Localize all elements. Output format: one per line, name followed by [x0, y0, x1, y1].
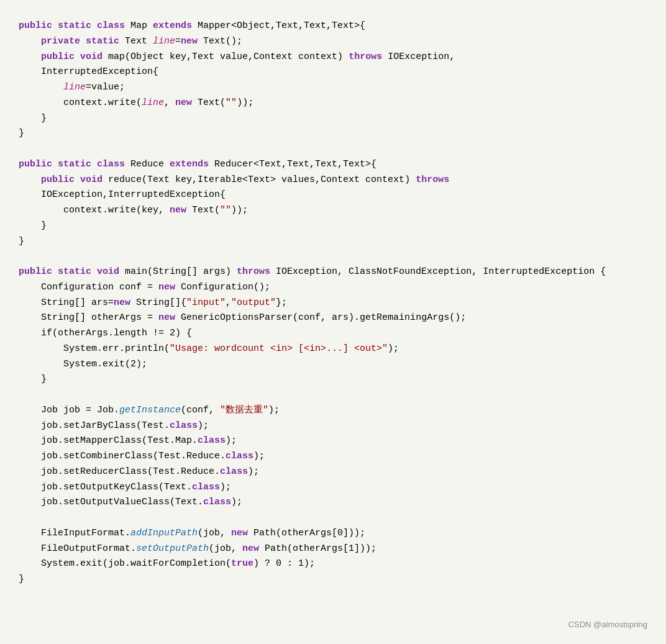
code-line-31: FileOutputFormat.setOutputPath(job, new …	[19, 542, 647, 557]
code-line-9: public static class Reduce extends Reduc…	[19, 157, 647, 173]
code-line-13: }	[19, 219, 647, 234]
code-line-23: Job job = Job.getInstance(conf, "数据去重");	[19, 403, 647, 419]
footer-attribution: CSDN @almostspring	[568, 619, 647, 632]
code-line-blank3	[19, 388, 647, 403]
code-line-16: Configuration conf = new Configuration()…	[19, 280, 647, 296]
code-line-20: System.err.println("Usage: wordcount <in…	[19, 342, 647, 357]
code-line-21: System.exit(2);	[19, 357, 647, 373]
code-line-30: FileInputFormat.addInputPath(job, new Pa…	[19, 526, 647, 542]
code-line-24: job.setJarByClass(Test.class);	[19, 419, 647, 434]
code-line-33: }	[19, 572, 647, 587]
code-line-26: job.setCombinerClass(Test.Reduce.class);	[19, 449, 647, 465]
code-line-7: }	[19, 111, 647, 127]
code-line-8: }	[19, 126, 647, 142]
code-line-19: if(otherArgs.length != 2) {	[19, 326, 647, 342]
code-line-15: public static void main(String[] args) t…	[19, 265, 647, 280]
code-line-5: line=value;	[19, 80, 647, 96]
code-line-1: public static class Map extends Mapper<O…	[19, 19, 647, 34]
code-line-11: IOException,InterruptedException{	[19, 188, 647, 203]
code-line-32: System.exit(job.waitForCompletion(true) …	[19, 556, 647, 572]
code-line-14: }	[19, 234, 647, 250]
code-block: public static class Map extends Mapper<O…	[19, 12, 647, 594]
code-line-2: private static Text line=new Text();	[19, 34, 647, 50]
code-line-blank4	[19, 510, 647, 526]
code-line-6: context.write(line, new Text(""));	[19, 96, 647, 111]
code-line-10: public void reduce(Text key,Iterable<Tex…	[19, 173, 647, 188]
code-line-27: job.setReducerClass(Test.Reduce.class);	[19, 465, 647, 480]
code-line-25: job.setMapperClass(Test.Map.class);	[19, 433, 647, 449]
code-line-blank2	[19, 249, 647, 265]
code-line-18: String[] otherArgs = new GenericOptionsP…	[19, 311, 647, 326]
code-line-17: String[] ars=new String[]{"input","outpu…	[19, 296, 647, 311]
code-line-22: }	[19, 372, 647, 388]
code-line-4: InterruptedException{	[19, 65, 647, 80]
code-line-12: context.write(key, new Text(""));	[19, 203, 647, 219]
code-line-29: job.setOutputValueClass(Text.class);	[19, 495, 647, 510]
code-line-3: public void map(Object key,Text value,Co…	[19, 50, 647, 65]
code-line-blank1	[19, 142, 647, 157]
code-line-28: job.setOutputKeyClass(Text.class);	[19, 480, 647, 496]
